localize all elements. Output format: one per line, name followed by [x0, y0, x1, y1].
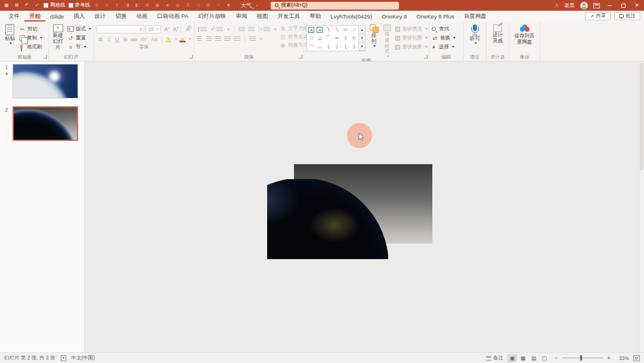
bullets-icon[interactable] — [200, 27, 207, 32]
layout-button[interactable]: 版式 — [67, 25, 91, 33]
earth-picture[interactable] — [267, 179, 388, 259]
design-ideas-button[interactable]: 设计灵感 — [489, 23, 506, 44]
qat-icon-faded[interactable]: ● — [164, 2, 171, 9]
align-center-icon[interactable] — [206, 36, 212, 42]
dropdown-caret[interactable] — [189, 38, 191, 40]
line-shape[interactable]: ╲ — [325, 26, 332, 33]
qat-icon-faded[interactable]: ¶ — [113, 2, 120, 9]
font-dialog-launcher[interactable] — [189, 55, 193, 59]
scrollbar-thumb[interactable] — [640, 63, 643, 170]
rectangle-shape[interactable]: ▭ — [342, 26, 349, 33]
columns-icon[interactable] — [249, 36, 256, 42]
tab-developer[interactable]: 开发工具 — [273, 11, 305, 21]
reset-button[interactable]: ↺ 重置 — [67, 34, 91, 42]
find-button[interactable]: 查找 — [432, 25, 456, 33]
warning-icon[interactable]: ⚠ — [554, 2, 559, 8]
slide-sorter-button[interactable]: ▦ — [518, 354, 528, 362]
double-strikethrough-button[interactable]: ab — [130, 35, 138, 43]
slideshow-button[interactable]: ▢ — [540, 354, 549, 362]
tab-transitions[interactable]: 切换 — [110, 11, 131, 21]
restore-button[interactable] — [619, 2, 627, 8]
qat-slideshow-icon[interactable]: ⊠ — [13, 2, 20, 9]
gallery-scroll-down[interactable]: ▼ — [359, 34, 365, 42]
change-case-button[interactable]: Aa — [149, 35, 159, 43]
tab-baidu-pan[interactable]: 百度网盘 — [459, 11, 491, 21]
tab-pocket-animation[interactable]: 口袋动画 PA — [152, 11, 193, 21]
cut-button[interactable]: ✂ 剪切 — [19, 25, 42, 33]
dropdown-caret[interactable] — [260, 38, 262, 40]
qat-check-icon[interactable]: ✓ — [33, 2, 41, 9]
shrink-font-button[interactable]: A▾ — [171, 26, 179, 32]
arrange-button[interactable]: 排列 — [369, 23, 379, 47]
italic-button[interactable]: I — [105, 35, 113, 43]
shape-fill-button[interactable]: 形状填充 — [395, 25, 428, 33]
increase-indent-icon[interactable] — [248, 27, 255, 32]
more-commands-icon[interactable]: ▾ — [225, 2, 232, 9]
qat-icon-faded[interactable]: ◁ — [194, 2, 202, 9]
qat-icon-faded[interactable]: ◍ — [174, 2, 181, 9]
qat-icon-faded[interactable]: ⇅ — [184, 2, 191, 9]
tab-animations[interactable]: 动画 — [131, 11, 152, 21]
dropdown-caret[interactable] — [274, 29, 277, 30]
left-bracket-shape[interactable]: { — [342, 43, 349, 50]
font-size-combo[interactable]: 18 — [145, 25, 161, 33]
tab-islide[interactable]: iSlide — [45, 11, 69, 21]
bold-button[interactable]: B — [97, 35, 104, 43]
qat-icon-faded[interactable]: ◔ — [215, 2, 222, 9]
align-right-icon[interactable] — [215, 36, 221, 42]
zoom-slider[interactable] — [562, 358, 603, 358]
arc-shape[interactable]: ⌒ — [325, 35, 332, 42]
avatar[interactable] — [580, 2, 588, 10]
tab-lvyhtools[interactable]: LvyhTools(0429) — [326, 11, 377, 21]
vertical-textbox-shape[interactable]: A — [317, 27, 323, 33]
underline-button[interactable]: U — [113, 35, 121, 43]
minimize-button[interactable] — [605, 2, 614, 8]
tab-design[interactable]: 设计 — [89, 11, 110, 21]
accessibility-icon[interactable] — [61, 355, 66, 361]
right-bracket-shape[interactable]: } — [351, 43, 358, 50]
font-color-button[interactable]: A — [178, 35, 187, 43]
dropdown-caret[interactable] — [175, 38, 177, 40]
triangle-shape[interactable]: △ — [316, 35, 323, 42]
distribute-icon[interactable] — [234, 36, 240, 42]
tab-home[interactable]: 开始 — [24, 11, 45, 21]
comments-button[interactable]: 批注 — [614, 12, 640, 20]
reading-view-button[interactable]: ▤ — [529, 354, 538, 362]
tab-review[interactable]: 审阅 — [231, 11, 252, 21]
qat-icon-faded[interactable]: ◧ — [134, 2, 141, 9]
notes-button[interactable]: 备注 — [486, 355, 503, 362]
close-button[interactable]: ✕ — [633, 2, 641, 8]
slide-editing-canvas[interactable] — [85, 61, 644, 352]
language-indicator[interactable]: 中文(中国) — [72, 355, 95, 362]
vertical-scrollbar[interactable] — [639, 61, 644, 352]
format-painter-button[interactable]: 格式刷 — [19, 43, 42, 51]
normal-view-button[interactable]: ▣ — [507, 354, 517, 362]
qat-grid-icon[interactable]: ▦ — [3, 2, 10, 9]
line-spacing-icon[interactable] — [264, 27, 270, 32]
gallery-scroll-up[interactable]: ▲ — [359, 26, 365, 34]
thumbnail-frame[interactable] — [13, 64, 78, 99]
grow-font-button[interactable]: A▴ — [162, 26, 170, 32]
select-button[interactable]: 选择 — [432, 43, 456, 51]
diamond-shape[interactable]: ◇ — [351, 35, 358, 42]
user-name[interactable]: 老黑 — [564, 2, 575, 10]
align-left-icon[interactable] — [197, 36, 203, 42]
tab-slideshow[interactable]: 幻灯片放映 — [193, 11, 231, 21]
section-button[interactable]: ≡ 节 — [67, 43, 91, 51]
gallery-more-button[interactable]: ▼ — [359, 42, 365, 51]
slide-thumbnail-2[interactable]: 2 — [2, 106, 84, 141]
square-shape[interactable]: □ — [308, 35, 315, 42]
zoom-slider-thumb[interactable] — [580, 355, 582, 361]
search-box[interactable]: 搜索(Alt+Q) — [271, 2, 399, 10]
tab-file[interactable]: 文件 — [4, 11, 24, 21]
quick-styles-button[interactable]: 快速样式 — [382, 23, 392, 57]
tab-onekey8[interactable]: OneKey 8 — [377, 11, 411, 21]
down-arrow-shape[interactable]: ⇩ — [342, 35, 349, 42]
tab-help[interactable]: 帮助 — [305, 11, 326, 21]
drawing-dialog-launcher[interactable] — [424, 55, 428, 59]
clipboard-dialog-launcher[interactable] — [44, 55, 47, 59]
font-name-combo[interactable] — [97, 25, 144, 33]
thumbnail-frame[interactable] — [13, 106, 78, 141]
tab-onekey8plus[interactable]: OneKey 8 Plus — [411, 11, 459, 21]
dictate-button[interactable]: 听写 — [469, 23, 481, 44]
